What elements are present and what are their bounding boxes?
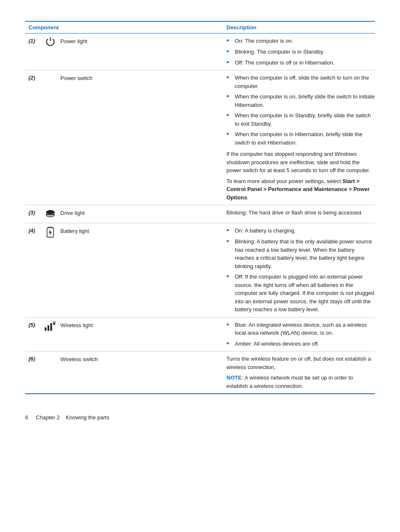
component-num-6: (6) [29, 356, 40, 362]
table-header: Component Description [25, 22, 375, 34]
plain-text: Blinking: The hard drive or flash drive … [226, 209, 375, 217]
component-num-4: (4) [29, 227, 40, 234]
drive-icon [44, 209, 57, 220]
note-text: NOTE: A wireless network must be set up … [226, 374, 375, 390]
list-item: •When the computer is in Standby, briefl… [226, 111, 375, 128]
bullet-dot: • [226, 321, 231, 329]
description-cell-6: Turns the wireless feature on or off, bu… [226, 355, 375, 390]
wireless-icon [44, 321, 57, 332]
bullet-dot: • [226, 238, 231, 246]
list-item: •Blinking: The computer is in Standby. [226, 48, 375, 56]
bullet-dot: • [226, 130, 231, 139]
table-row: (1) Power light •On: The computer is on.… [25, 34, 375, 70]
component-cell-4: (4) Battery light [25, 227, 226, 238]
list-item: •On: A battery is charging. [226, 227, 375, 235]
bullet-dot: • [226, 340, 231, 348]
component-name-5: Wireless light [60, 322, 93, 328]
component-name-3: Drive light [60, 209, 85, 216]
bullet-dot: • [226, 74, 231, 82]
description-cell-1: •On: The computer is on. •Blinking: The … [226, 37, 375, 67]
power-icon [44, 37, 57, 47]
list-item: •When the computer is off, slide the swi… [226, 74, 375, 90]
list-item: •Off: If the computer is plugged into an… [226, 273, 375, 314]
component-num-2: (2) [29, 75, 40, 81]
component-name-4: Battery light [60, 227, 89, 234]
plain-text: To learn more about your power settings,… [226, 177, 375, 202]
table-row: (6) Wireless switch Turns the wireless f… [25, 351, 375, 393]
description-cell-2: •When the computer is off, slide the swi… [226, 74, 375, 201]
page-number: 6 [25, 414, 28, 421]
description-cell-5: •Blue: An integrated wireless device, su… [226, 321, 375, 348]
note-label: NOTE: [226, 374, 243, 381]
svg-rect-5 [45, 327, 47, 331]
component-cell-6: (6) Wireless switch [25, 355, 226, 362]
component-name-2: Power switch [60, 75, 93, 81]
component-cell-5: (5) Wireless light [25, 321, 226, 332]
component-name-1: Power light [60, 38, 87, 44]
list-item: •Blinking: A battery that is the only av… [226, 238, 375, 270]
component-num-1: (1) [29, 38, 40, 44]
bullet-dot: • [226, 111, 231, 120]
description-label: Description [226, 24, 257, 31]
list-item: •On: The computer is on. [226, 37, 375, 45]
description-cell-3: Blinking: The hard drive or flash drive … [226, 209, 375, 217]
svg-rect-6 [47, 325, 49, 331]
list-item: •Amber: All wireless devices are off. [226, 340, 375, 348]
bullet-dot: • [226, 227, 231, 235]
table-row: (5) Wireless light •Blue: An integrated … [25, 318, 375, 352]
list-item: •Off: The computer is off or in Hibernat… [226, 59, 375, 67]
svg-rect-7 [50, 323, 52, 331]
component-header: Component [25, 24, 226, 31]
bullet-dot: • [226, 59, 231, 67]
component-name-6: Wireless switch [60, 356, 98, 362]
description-cell-4: •On: A battery is charging. •Blinking: A… [226, 227, 375, 313]
component-num-3: (3) [29, 209, 40, 216]
bullet-dot: • [226, 273, 231, 281]
bullet-dot: • [226, 48, 231, 56]
component-cell-2: (2) Power switch [25, 74, 226, 81]
footer: 6 Chapter 2 Knowing the parts [25, 414, 375, 421]
plain-text: Turns the wireless feature on or off, bu… [226, 355, 375, 371]
component-cell-3: (3) Drive light [25, 209, 226, 220]
plain-text: If the computer has stopped responding a… [226, 150, 375, 175]
table-row: (2) Power switch •When the computer is o… [25, 70, 375, 205]
component-label: Component [29, 24, 59, 31]
list-item: •When the computer is in Hibernation, br… [226, 130, 375, 147]
chapter-label: Chapter 2 [36, 414, 60, 421]
table-row: (3) Drive light Blinking: The hard drive… [25, 205, 375, 223]
list-item: •Blue: An integrated wireless device, su… [226, 321, 375, 337]
bullet-dot: • [226, 37, 231, 45]
description-header: Description [226, 24, 375, 31]
table-row: (4) Battery light •On: A battery is char… [25, 223, 375, 317]
component-cell-1: (1) Power light [25, 37, 226, 47]
list-item: •When the computer is on, briefly slide … [226, 93, 375, 109]
svg-point-8 [53, 323, 55, 325]
battery-icon [44, 227, 57, 238]
chapter-title: Knowing the parts [66, 414, 109, 421]
bullet-dot: • [226, 93, 231, 101]
main-table: Component Description (1) Power light •O… [25, 21, 375, 394]
component-num-5: (5) [29, 322, 40, 328]
